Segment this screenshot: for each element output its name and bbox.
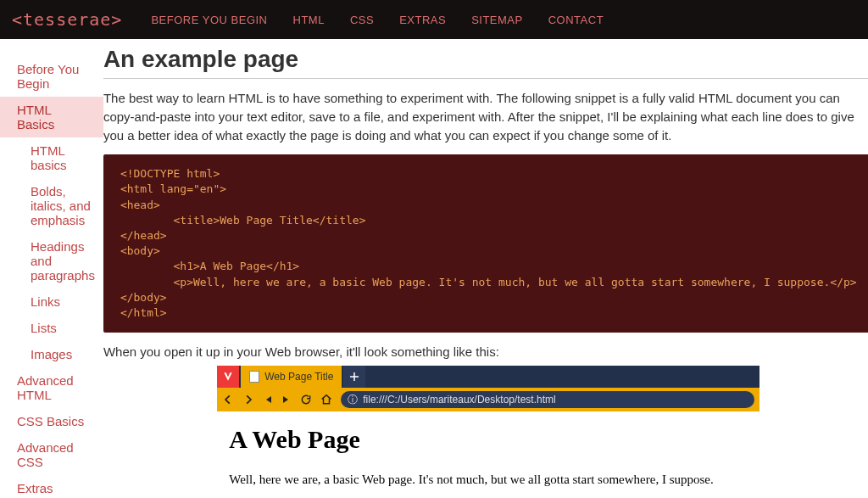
- back-icon[interactable]: [222, 394, 234, 406]
- nav-css[interactable]: CSS: [350, 14, 374, 26]
- intro-paragraph: The best way to learn HTML is to have so…: [103, 89, 868, 144]
- nav-contact[interactable]: CONTACT: [548, 14, 604, 26]
- sidebar-item-extras[interactable]: Extras: [0, 475, 103, 498]
- sidebar: Before You Begin HTML Basics HTML basics…: [0, 39, 103, 498]
- sidebar-item-before-you-begin[interactable]: Before You Begin: [0, 56, 103, 97]
- top-navbar: <tesserae> BEFORE YOU BEGIN HTML CSS EXT…: [0, 0, 868, 39]
- nav-sitemap[interactable]: SITEMAP: [471, 14, 523, 26]
- tab-title: Web Page Title: [264, 371, 333, 383]
- sidebar-sub-headings-paragraphs[interactable]: Headings and paragraphs: [0, 233, 103, 288]
- sidebar-item-css-basics[interactable]: CSS Basics: [0, 408, 103, 434]
- url-bar[interactable]: ⓘ file:///C:/Users/mariteaux/Desktop/tes…: [341, 391, 754, 408]
- fastforward-icon[interactable]: [281, 394, 292, 405]
- browser-toolbar: ⓘ file:///C:/Users/mariteaux/Desktop/tes…: [217, 388, 760, 411]
- site-logo[interactable]: <tesserae>: [12, 9, 122, 30]
- rewind-icon[interactable]: [263, 394, 273, 405]
- sidebar-sub-lists[interactable]: Lists: [0, 315, 103, 341]
- sidebar-sub-links[interactable]: Links: [0, 288, 103, 315]
- forward-icon[interactable]: [242, 394, 254, 406]
- nav-before-you-begin[interactable]: BEFORE YOU BEGIN: [151, 14, 267, 26]
- info-icon: ⓘ: [348, 393, 358, 407]
- browser-tabstrip: Web Page Title: [217, 366, 760, 388]
- sidebar-item-advanced-css[interactable]: Advanced CSS: [0, 434, 103, 475]
- sidebar-sub-bolds-italics[interactable]: Bolds, italics, and emphasis: [0, 178, 103, 233]
- nav-html[interactable]: HTML: [293, 14, 325, 26]
- sidebar-sub-images[interactable]: Images: [0, 341, 103, 367]
- after-paragraph: When you open it up in your Web browser,…: [103, 344, 868, 359]
- browser-screenshot: Web Page Title ⓘ file:///C:/Users/marite…: [217, 366, 760, 498]
- main-content: An example page The best way to learn HT…: [103, 39, 868, 498]
- rendered-p: Well, here we are, a basic Web page. It'…: [229, 473, 748, 487]
- vivaldi-icon: [217, 366, 239, 388]
- sidebar-item-advanced-html[interactable]: Advanced HTML: [0, 367, 103, 408]
- new-tab-button[interactable]: [343, 366, 365, 388]
- title-divider: [103, 78, 868, 79]
- rendered-page: A Web Page Well, here we are, a basic We…: [217, 411, 760, 498]
- page-title: An example page: [103, 46, 868, 73]
- code-snippet: <!DOCTYPE html> <html lang="en"> <head> …: [103, 154, 868, 333]
- sidebar-item-html-basics[interactable]: HTML Basics: [0, 97, 103, 137]
- browser-tab[interactable]: Web Page Title: [241, 366, 342, 388]
- nav-extras[interactable]: EXTRAS: [399, 14, 446, 26]
- url-text: file:///C:/Users/mariteaux/Desktop/test.…: [363, 394, 555, 406]
- reload-icon[interactable]: [300, 394, 312, 406]
- rendered-h1: A Web Page: [229, 425, 748, 454]
- file-icon: [249, 371, 259, 383]
- sidebar-sub-html-basics[interactable]: HTML basics: [0, 137, 103, 178]
- home-icon[interactable]: [320, 394, 332, 406]
